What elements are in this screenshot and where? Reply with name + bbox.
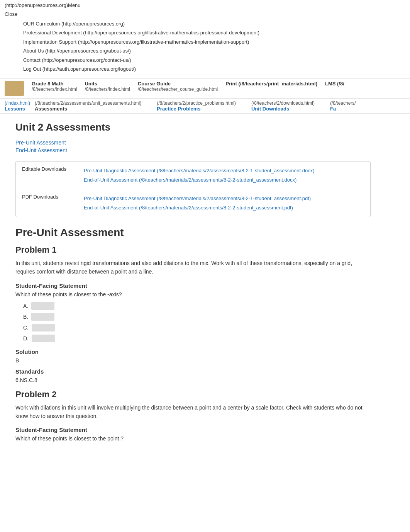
pre-unit-section-title: Pre-Unit Assessment xyxy=(15,226,371,239)
choice-d-label: D. xyxy=(23,335,29,342)
nav-grade8: Grade 8 Math /8/teachers/index.html xyxy=(32,81,77,92)
problem1-student-facing-label: Student-Facing Statement xyxy=(15,282,371,289)
downloads-table: Editable Downloads Pre-Unit Diagnostic A… xyxy=(15,161,371,217)
lms-link[interactable]: LMS (/8/ xyxy=(325,81,344,87)
practice-problems-nav[interactable]: (/8/teachers/2/practice_problems.html) P… xyxy=(157,100,236,112)
fa-nav[interactable]: (/8/teachers/ Fa xyxy=(330,100,356,112)
assessments-nav[interactable]: (/8/teachers/2/assessments/unit_assessme… xyxy=(35,100,141,112)
nav-lms: LMS (/8/ xyxy=(325,81,344,87)
nav-implementation[interactable]: Implementation Support (http://openupres… xyxy=(23,37,402,46)
problem1-solution-section: Solution B xyxy=(15,348,371,364)
assessment-list: Pre-Unit Assessment End-Unit Assessment xyxy=(15,139,371,153)
nav-about[interactable]: About Us (http://openupresources.org/abo… xyxy=(23,46,402,55)
pdf-downloads-row: PDF Downloads Pre-Unit Diagnostic Assess… xyxy=(16,189,370,217)
unit-downloads-nav[interactable]: (/8/teachers/2/downloads.html) Unit Down… xyxy=(251,100,315,112)
choice-b-image xyxy=(31,313,54,321)
nav-curriculum[interactable]: OUR Curriculum (http://openupresources.o… xyxy=(23,19,402,28)
choice-c: C. xyxy=(23,324,371,331)
problem2-student-facing-label: Student-Facing Statement xyxy=(15,427,371,433)
units-link[interactable]: Units xyxy=(85,81,97,87)
logo xyxy=(5,81,24,96)
course-guide-url: /8/teachers/teacher_course_guide.html xyxy=(138,87,218,92)
choice-c-image xyxy=(32,324,55,331)
nav-links: OUR Curriculum (http://openupresources.o… xyxy=(0,18,410,75)
nav-course-guide: Course Guide /8/teachers/teacher_course_… xyxy=(138,81,218,92)
editable-downloads-row: Editable Downloads Pre-Unit Diagnostic A… xyxy=(16,161,370,189)
grade8-url: /8/teachers/index.html xyxy=(32,87,77,92)
choice-d: D. xyxy=(23,335,371,342)
choice-a: A. xyxy=(23,302,371,310)
choice-a-image xyxy=(31,302,54,310)
choice-c-label: C. xyxy=(23,325,29,331)
problem1-question: Which of these points is closest to the … xyxy=(15,291,371,297)
nav-contact[interactable]: Contact (http://openupresources.org/cont… xyxy=(23,56,402,65)
close-button[interactable]: Close xyxy=(0,10,410,18)
problem2-description: Work with dilations in this unit will in… xyxy=(15,403,371,421)
nav-units: Units /8/teachers/index.html xyxy=(85,81,130,92)
top-bar: (http://openupresources.org)Menu xyxy=(0,0,410,10)
standards-label: Standards xyxy=(15,368,371,375)
main-nav: Grade 8 Math /8/teachers/index.html Unit… xyxy=(0,78,410,99)
problem1-choices: A. B. C. D. xyxy=(23,302,371,342)
problem1-standards-section: Standards 6.NS.C.8 xyxy=(15,368,371,383)
page-title: Unit 2 Assessments xyxy=(15,121,371,133)
pdf-link-1[interactable]: End-of-Unit Assessment (/8/teachers/mate… xyxy=(84,203,364,212)
end-unit-link[interactable]: End-Unit Assessment xyxy=(15,147,371,153)
grade8-link[interactable]: Grade 8 Math xyxy=(32,81,63,87)
standards-value: 6.NS.C.8 xyxy=(15,377,371,383)
editable-link-0[interactable]: Pre-Unit Diagnostic Assessment (/8/teach… xyxy=(84,166,364,175)
nav-logout[interactable]: Log Out (https://auth.openupresources.or… xyxy=(23,65,402,73)
choice-a-label: A. xyxy=(23,303,28,309)
problem1-title: Problem 1 xyxy=(15,245,371,255)
print-link[interactable]: Print (/8/teachers/print_materials.html) xyxy=(225,81,317,87)
choice-b-label: B. xyxy=(23,314,28,320)
solution-value: B xyxy=(15,357,371,364)
menu-label[interactable]: Menu xyxy=(68,2,81,8)
editable-links: Pre-Unit Diagnostic Assessment (/8/teach… xyxy=(84,166,364,184)
problem2-title: Problem 2 xyxy=(15,389,371,399)
editable-link-1[interactable]: End-of-Unit Assessment (/8/teachers/mate… xyxy=(84,175,364,184)
main-content: Unit 2 Assessments Pre-Unit Assessment E… xyxy=(0,114,386,454)
pre-unit-link[interactable]: Pre-Unit Assessment xyxy=(15,139,371,146)
nav-professional-dev[interactable]: Professional Development (http://openupr… xyxy=(23,28,402,37)
editable-label: Editable Downloads xyxy=(22,166,84,184)
pdf-label: PDF Downloads xyxy=(22,194,84,212)
pdf-link-0[interactable]: Pre-Unit Diagnostic Assessment (/8/teach… xyxy=(84,194,364,203)
sub-nav-items: (/8/teachers/2/assessments/unit_assessme… xyxy=(35,100,356,112)
lessons-breadcrumb[interactable]: (/index.html) Lessons xyxy=(5,100,30,112)
problem2-question: Which of these points is closest to the … xyxy=(15,435,371,442)
choice-d-image xyxy=(32,335,55,342)
breadcrumb-row: (/index.html) Lessons (/8/teachers/2/ass… xyxy=(0,99,410,114)
choice-b: B. xyxy=(23,313,371,321)
problem1-description: In this unit, students revisit rigid tra… xyxy=(15,259,371,276)
pdf-links: Pre-Unit Diagnostic Assessment (/8/teach… xyxy=(84,194,364,212)
nav-print: Print (/8/teachers/print_materials.html) xyxy=(225,81,317,87)
units-url: /8/teachers/index.html xyxy=(85,87,130,92)
site-link: (http://openupresources.org) xyxy=(5,2,68,8)
solution-label: Solution xyxy=(15,348,371,355)
course-guide-link[interactable]: Course Guide xyxy=(138,81,171,87)
